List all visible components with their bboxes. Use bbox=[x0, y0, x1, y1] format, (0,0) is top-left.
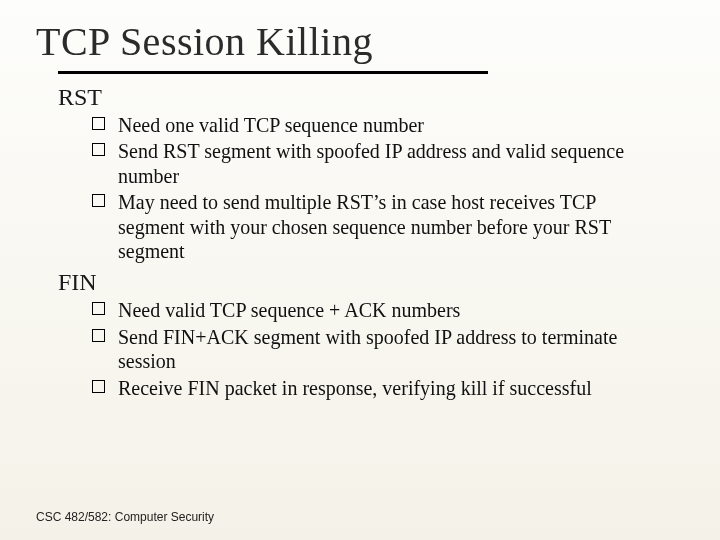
list-item-text: May need to send multiple RST’s in case … bbox=[118, 191, 611, 262]
square-bullet-icon bbox=[92, 380, 105, 393]
list-item-text: Send RST segment with spoofed IP address… bbox=[118, 140, 624, 186]
square-bullet-icon bbox=[92, 117, 105, 130]
section-rst: RST Need one valid TCP sequence number S… bbox=[36, 84, 684, 263]
slide: TCP Session Killing RST Need one valid T… bbox=[0, 0, 720, 540]
list-item: Send RST segment with spoofed IP address… bbox=[92, 139, 644, 188]
square-bullet-icon bbox=[92, 194, 105, 207]
list-item: May need to send multiple RST’s in case … bbox=[92, 190, 644, 263]
list-item: Need one valid TCP sequence number bbox=[92, 113, 644, 137]
list-item: Receive FIN packet in response, verifyin… bbox=[92, 376, 644, 400]
slide-title: TCP Session Killing bbox=[36, 18, 684, 65]
list-item: Send FIN+ACK segment with spoofed IP add… bbox=[92, 325, 644, 374]
square-bullet-icon bbox=[92, 329, 105, 342]
section-fin: FIN Need valid TCP sequence + ACK number… bbox=[36, 269, 684, 400]
slide-footer: CSC 482/582: Computer Security bbox=[36, 510, 214, 524]
bullet-list-fin: Need valid TCP sequence + ACK numbers Se… bbox=[92, 298, 644, 400]
section-heading-rst: RST bbox=[58, 84, 684, 111]
list-item-text: Need valid TCP sequence + ACK numbers bbox=[118, 299, 460, 321]
bullet-list-rst: Need one valid TCP sequence number Send … bbox=[92, 113, 644, 263]
list-item-text: Need one valid TCP sequence number bbox=[118, 114, 424, 136]
square-bullet-icon bbox=[92, 143, 105, 156]
list-item-text: Receive FIN packet in response, verifyin… bbox=[118, 377, 592, 399]
list-item-text: Send FIN+ACK segment with spoofed IP add… bbox=[118, 326, 617, 372]
list-item: Need valid TCP sequence + ACK numbers bbox=[92, 298, 644, 322]
section-heading-fin: FIN bbox=[58, 269, 684, 296]
square-bullet-icon bbox=[92, 302, 105, 315]
title-underline bbox=[58, 71, 488, 74]
